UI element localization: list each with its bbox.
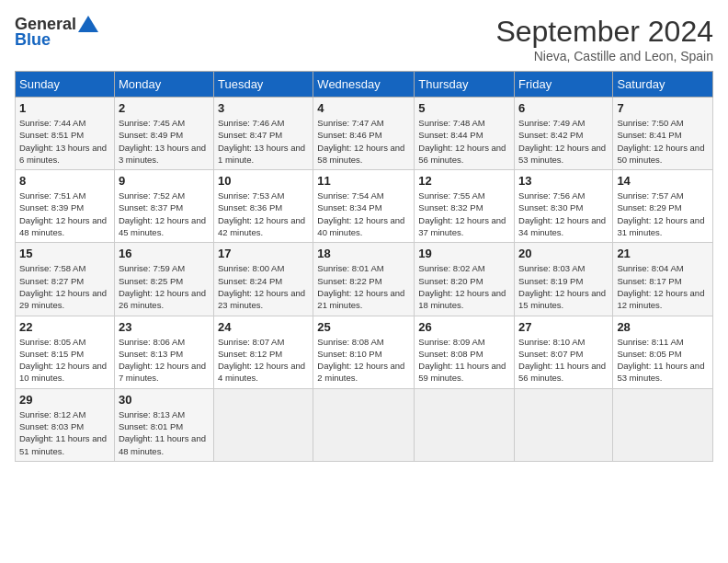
- day-cell: 25 Sunrise: 8:08 AMSunset: 8:10 PMDaylig…: [313, 316, 415, 388]
- day-detail: Sunrise: 8:12 AMSunset: 8:03 PMDaylight:…: [19, 409, 107, 456]
- day-cell: 15 Sunrise: 7:58 AMSunset: 8:27 PMDaylig…: [16, 243, 115, 316]
- day-number: 9: [119, 174, 210, 188]
- day-cell: 18 Sunrise: 8:01 AMSunset: 8:22 PMDaylig…: [313, 243, 415, 316]
- day-number: 21: [617, 247, 709, 260]
- day-detail: Sunrise: 7:51 AMSunset: 8:39 PMDaylight:…: [19, 190, 107, 237]
- day-cell: [515, 388, 613, 461]
- day-detail: Sunrise: 8:07 AMSunset: 8:12 PMDaylight:…: [218, 337, 305, 384]
- day-cell: 4 Sunrise: 7:47 AMSunset: 8:46 PMDayligh…: [313, 98, 415, 170]
- day-number: 11: [317, 174, 410, 188]
- day-cell: 14 Sunrise: 7:57 AMSunset: 8:29 PMDaylig…: [613, 170, 713, 243]
- header: General Blue September 2024 Nieva, Casti…: [15, 15, 713, 63]
- day-number: 15: [19, 247, 110, 260]
- col-header-monday: Monday: [114, 72, 213, 98]
- svg-marker-0: [78, 16, 98, 32]
- day-cell: 29 Sunrise: 8:12 AMSunset: 8:03 PMDaylig…: [16, 388, 115, 461]
- week-row-5: 29 Sunrise: 8:12 AMSunset: 8:03 PMDaylig…: [16, 388, 713, 461]
- day-number: 13: [518, 174, 609, 188]
- day-cell: 24 Sunrise: 8:07 AMSunset: 8:12 PMDaylig…: [213, 316, 313, 388]
- col-header-sunday: Sunday: [16, 72, 115, 98]
- day-number: 12: [418, 174, 510, 188]
- day-number: 20: [518, 247, 609, 260]
- day-cell: 16 Sunrise: 7:59 AMSunset: 8:25 PMDaylig…: [114, 243, 213, 316]
- day-number: 17: [218, 247, 309, 260]
- col-header-friday: Friday: [515, 72, 613, 98]
- day-number: 10: [218, 174, 309, 188]
- week-row-1: 1 Sunrise: 7:44 AMSunset: 8:51 PMDayligh…: [16, 98, 713, 170]
- day-cell: 20 Sunrise: 8:03 AMSunset: 8:19 PMDaylig…: [515, 243, 613, 316]
- day-detail: Sunrise: 8:03 AMSunset: 8:19 PMDaylight:…: [518, 263, 606, 310]
- day-number: 30: [119, 393, 210, 407]
- day-detail: Sunrise: 8:09 AMSunset: 8:08 PMDaylight:…: [418, 337, 506, 384]
- day-detail: Sunrise: 7:55 AMSunset: 8:32 PMDaylight:…: [418, 190, 506, 237]
- day-detail: Sunrise: 7:47 AMSunset: 8:46 PMDaylight:…: [317, 118, 404, 165]
- day-number: 3: [218, 101, 309, 115]
- day-detail: Sunrise: 8:06 AMSunset: 8:13 PMDaylight:…: [119, 337, 206, 384]
- day-number: 19: [418, 247, 510, 260]
- day-cell: 9 Sunrise: 7:52 AMSunset: 8:37 PMDayligh…: [114, 170, 213, 243]
- day-detail: Sunrise: 8:08 AMSunset: 8:10 PMDaylight:…: [317, 337, 404, 384]
- day-number: 23: [119, 320, 210, 334]
- day-detail: Sunrise: 8:11 AMSunset: 8:05 PMDaylight:…: [617, 337, 704, 384]
- day-number: 6: [518, 101, 609, 115]
- col-header-tuesday: Tuesday: [213, 72, 313, 98]
- day-detail: Sunrise: 8:02 AMSunset: 8:20 PMDaylight:…: [418, 263, 506, 310]
- day-cell: 8 Sunrise: 7:51 AMSunset: 8:39 PMDayligh…: [16, 170, 115, 243]
- day-number: 5: [418, 101, 510, 115]
- day-number: 28: [617, 320, 709, 334]
- col-header-saturday: Saturday: [613, 72, 713, 98]
- day-cell: 17 Sunrise: 8:00 AMSunset: 8:24 PMDaylig…: [213, 243, 313, 316]
- day-detail: Sunrise: 8:13 AMSunset: 8:01 PMDaylight:…: [119, 409, 206, 456]
- day-number: 26: [418, 320, 510, 334]
- day-number: 18: [317, 247, 410, 260]
- week-row-2: 8 Sunrise: 7:51 AMSunset: 8:39 PMDayligh…: [16, 170, 713, 243]
- day-number: 4: [317, 101, 410, 115]
- col-header-wednesday: Wednesday: [313, 72, 415, 98]
- day-detail: Sunrise: 8:05 AMSunset: 8:15 PMDaylight:…: [19, 337, 107, 384]
- day-detail: Sunrise: 7:57 AMSunset: 8:29 PMDaylight:…: [617, 190, 704, 237]
- day-cell: 19 Sunrise: 8:02 AMSunset: 8:20 PMDaylig…: [415, 243, 515, 316]
- day-cell: [613, 388, 713, 461]
- logo-blue: Blue: [15, 30, 51, 50]
- calendar-table: SundayMondayTuesdayWednesdayThursdayFrid…: [15, 71, 713, 462]
- day-detail: Sunrise: 7:45 AMSunset: 8:49 PMDaylight:…: [119, 118, 206, 165]
- day-cell: [415, 388, 515, 461]
- day-detail: Sunrise: 7:54 AMSunset: 8:34 PMDaylight:…: [317, 190, 404, 237]
- day-cell: [213, 388, 313, 461]
- day-cell: 27 Sunrise: 8:10 AMSunset: 8:07 PMDaylig…: [515, 316, 613, 388]
- day-cell: 2 Sunrise: 7:45 AMSunset: 8:49 PMDayligh…: [114, 98, 213, 170]
- day-cell: 22 Sunrise: 8:05 AMSunset: 8:15 PMDaylig…: [16, 316, 115, 388]
- title-area: September 2024 Nieva, Castille and Leon,…: [495, 15, 713, 63]
- header-row: SundayMondayTuesdayWednesdayThursdayFrid…: [16, 72, 713, 98]
- day-number: 8: [19, 174, 110, 188]
- day-cell: 23 Sunrise: 8:06 AMSunset: 8:13 PMDaylig…: [114, 316, 213, 388]
- day-cell: 28 Sunrise: 8:11 AMSunset: 8:05 PMDaylig…: [613, 316, 713, 388]
- day-cell: 7 Sunrise: 7:50 AMSunset: 8:41 PMDayligh…: [613, 98, 713, 170]
- day-number: 14: [617, 174, 709, 188]
- day-number: 22: [19, 320, 110, 334]
- day-cell: 6 Sunrise: 7:49 AMSunset: 8:42 PMDayligh…: [515, 98, 613, 170]
- week-row-3: 15 Sunrise: 7:58 AMSunset: 8:27 PMDaylig…: [16, 243, 713, 316]
- logo-icon: [78, 16, 98, 32]
- day-detail: Sunrise: 7:46 AMSunset: 8:47 PMDaylight:…: [218, 118, 305, 165]
- day-cell: 3 Sunrise: 7:46 AMSunset: 8:47 PMDayligh…: [213, 98, 313, 170]
- day-number: 16: [119, 247, 210, 260]
- day-cell: 1 Sunrise: 7:44 AMSunset: 8:51 PMDayligh…: [16, 98, 115, 170]
- day-number: 27: [518, 320, 609, 334]
- day-detail: Sunrise: 7:52 AMSunset: 8:37 PMDaylight:…: [119, 190, 206, 237]
- day-number: 29: [19, 393, 110, 407]
- logo: General Blue: [15, 15, 98, 50]
- day-cell: 26 Sunrise: 8:09 AMSunset: 8:08 PMDaylig…: [415, 316, 515, 388]
- month-title: September 2024: [495, 15, 713, 49]
- day-detail: Sunrise: 7:44 AMSunset: 8:51 PMDaylight:…: [19, 118, 107, 165]
- day-cell: [313, 388, 415, 461]
- day-detail: Sunrise: 7:50 AMSunset: 8:41 PMDaylight:…: [617, 118, 704, 165]
- col-header-thursday: Thursday: [415, 72, 515, 98]
- day-cell: 12 Sunrise: 7:55 AMSunset: 8:32 PMDaylig…: [415, 170, 515, 243]
- week-row-4: 22 Sunrise: 8:05 AMSunset: 8:15 PMDaylig…: [16, 316, 713, 388]
- day-number: 1: [19, 101, 110, 115]
- day-cell: 30 Sunrise: 8:13 AMSunset: 8:01 PMDaylig…: [114, 388, 213, 461]
- day-number: 2: [119, 101, 210, 115]
- day-detail: Sunrise: 8:00 AMSunset: 8:24 PMDaylight:…: [218, 263, 305, 310]
- day-detail: Sunrise: 7:59 AMSunset: 8:25 PMDaylight:…: [119, 263, 206, 310]
